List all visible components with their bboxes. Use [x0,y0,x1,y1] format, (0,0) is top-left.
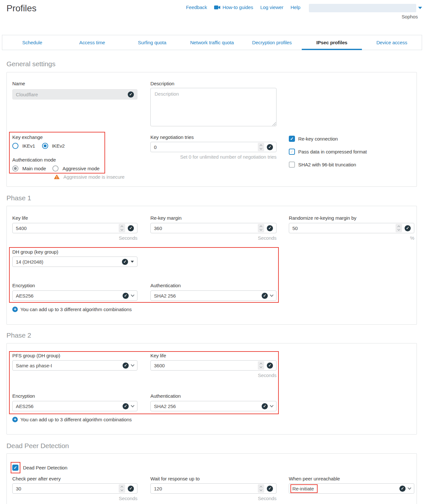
auth-mode-label: Authentication mode [12,157,56,163]
phase2-encryption-select[interactable]: AES256 ✓ [12,401,137,411]
tab-ipsec-profiles[interactable]: IPsec profiles [302,35,362,50]
phase2-key-life-input[interactable] [154,363,255,368]
compressed-format-label[interactable]: Pass data in compressed format [298,149,367,154]
compressed-format-checkbox[interactable]: ✓ [289,149,295,155]
account-menu[interactable] [309,4,416,12]
page-title: Profiles [6,3,37,14]
phase1-authentication-label: Authentication [150,283,181,288]
stepper-icon[interactable] [396,224,402,232]
dpd-enable-checkbox[interactable]: ✓ [12,465,18,471]
valid-check-icon: ✓ [405,225,411,231]
peer-unreachable-label: When peer unreachable [289,476,340,481]
rekey-connection-label[interactable]: Re-key connection [298,136,338,142]
radio-main-mode[interactable] [12,165,18,172]
tab-device-access[interactable]: Device access [362,35,422,50]
rekey-margin-unit: Seconds [150,235,277,241]
stepper-icon[interactable] [258,224,264,232]
key-negotiation-help: Set 0 for unlimited number of negotiatio… [150,154,277,160]
valid-check-icon: ✓ [262,293,268,299]
peer-unreachable-value: Re-initiate [292,486,397,491]
randomize-input[interactable] [292,226,393,231]
feedback-link[interactable]: Feedback [186,5,207,10]
valid-check-icon: ✓ [267,225,273,231]
name-field: ✓ [12,89,137,100]
phase2-heading: Phase 2 [6,331,31,339]
phase1-authentication-select[interactable]: SHA2 256 ✓ [150,290,277,301]
tab-decryption-profiles[interactable]: Decryption profiles [242,35,302,50]
pfs-group-select[interactable]: Same as phase-I ✓ [12,360,137,371]
log-viewer-link[interactable]: Log viewer [260,5,284,10]
phase1-add-note: You can add up to 3 different algorithm … [20,307,132,312]
sha2-truncation-label[interactable]: SHA2 with 96-bit truncation [298,162,356,167]
tab-surfing-quota[interactable]: Surfing quota [122,35,182,50]
dh-group-select[interactable]: 14 (DH2048) ✓ [12,257,137,267]
add-combination-icon[interactable]: + [12,307,18,312]
tab-bar: Schedule Access time Surfing quota Netwo… [2,35,422,50]
wait-response-field: ✓ [150,483,277,494]
key-negotiation-label: Key negotiation tries [150,134,194,140]
rekey-connection-checkbox[interactable]: ✓ [289,136,295,142]
valid-check-icon: ✓ [128,225,134,231]
chevron-down-icon [270,404,273,407]
phase2-authentication-select[interactable]: SHA2 256 ✓ [150,401,277,411]
howto-guides-link[interactable]: How-to guides [214,5,253,10]
check-peer-input[interactable] [16,486,116,491]
radio-aggressive-mode[interactable] [52,165,59,172]
tab-network-traffic-quota[interactable]: Network traffic quota [182,35,242,50]
help-link[interactable]: Help [290,5,300,10]
dropdown-caret-icon [131,261,134,263]
valid-check-icon: ✓ [267,486,273,492]
radio-aggressive-mode-label[interactable]: Aggressive mode [62,166,99,171]
radio-main-mode-label[interactable]: Main mode [22,166,46,171]
phase1-key-life-label: Key life [12,215,28,221]
phase1-key-life-input[interactable] [16,226,116,231]
peer-unreachable-select[interactable]: Re-initiate ✓ [289,483,414,494]
phase1-authentication-value: SHA2 256 [154,293,259,299]
randomize-field: ✓ [289,223,414,233]
phase2-encryption-label: Encryption [12,393,35,399]
sha2-truncation-checkbox[interactable] [289,162,295,168]
phase1-encryption-select[interactable]: AES256 ✓ [12,290,137,301]
rekey-margin-input[interactable] [154,226,255,231]
stepper-icon[interactable] [258,361,264,370]
valid-check-icon: ✓ [262,403,268,409]
warning-triangle-icon [54,174,60,179]
stepper-icon[interactable] [119,224,125,232]
tab-schedule[interactable]: Schedule [2,35,62,50]
dpd-enable-label[interactable]: Dead Peer Detection [23,465,67,470]
description-input[interactable] [150,88,277,126]
phase1-encryption-value: AES256 [16,293,120,299]
general-settings-heading: General settings [6,60,55,68]
wait-response-label: Wait for response up to [150,476,200,481]
valid-check-icon: ✓ [123,362,129,369]
chevron-down-icon [408,486,411,489]
account-caret-icon[interactable] [418,7,422,9]
valid-check-icon: ✓ [123,293,129,299]
radio-ikev2[interactable] [42,143,48,149]
stepper-icon[interactable] [119,484,125,493]
key-negotiation-input[interactable] [154,144,255,150]
randomize-label: Randomize re-keying margin by [289,215,356,221]
chevron-down-icon [131,293,134,297]
check-peer-label: Check peer after every [12,476,61,481]
phase2-authentication-value: SHA2 256 [154,404,259,409]
stepper-icon[interactable] [258,484,264,493]
check-peer-unit: Seconds [12,496,137,501]
tab-access-time[interactable]: Access time [62,35,122,50]
dpd-heading: Dead Peer Detection [6,442,69,450]
phase1-heading: Phase 1 [6,194,31,202]
wait-response-input[interactable] [154,486,255,491]
valid-check-icon: ✓ [267,144,273,150]
radio-ikev1[interactable] [12,143,18,149]
stepper-icon[interactable] [258,143,264,151]
check-peer-field: ✓ [12,483,137,494]
phase2-encryption-value: AES256 [16,404,120,409]
phase2-key-life-field: ✓ [150,360,277,371]
add-combination-icon[interactable]: + [12,417,18,422]
name-input [16,92,125,97]
radio-ikev1-label[interactable]: IKEv1 [22,143,35,149]
dh-group-value: 14 (DH2048) [16,259,119,265]
radio-ikev2-label[interactable]: IKEv2 [52,143,65,149]
brand-label: Sophos [402,14,418,19]
key-negotiation-field: ✓ [150,142,277,152]
